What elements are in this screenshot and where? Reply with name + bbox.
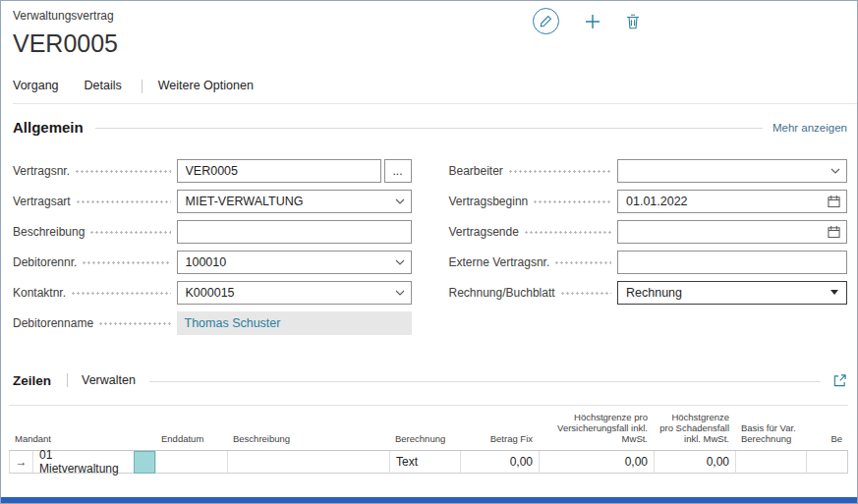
lines-header: Zeilen Verwalten xyxy=(13,369,847,391)
menu-item-verwalten[interactable]: Verwalten xyxy=(82,373,136,387)
calendar-icon[interactable] xyxy=(828,195,840,207)
chevron-down-icon[interactable] xyxy=(830,168,840,174)
kontaktnr-label: Kontaktnr. xyxy=(13,286,66,300)
chevron-down-icon[interactable] xyxy=(395,290,405,296)
cell-basis-var-berechnung[interactable] xyxy=(735,451,806,474)
vertragsbeginn-input[interactable] xyxy=(617,190,847,213)
externe-vertragsnr-label: Externe Vertragsnr. xyxy=(449,255,550,269)
add-button[interactable] xyxy=(585,14,601,29)
cell-beschreibung[interactable] xyxy=(227,451,389,474)
column-header-hoechstgrenze-versicherungsfall[interactable]: Höchstgrenze pro Versicherungsfall inkl.… xyxy=(539,406,654,451)
page-title: VER0005 xyxy=(13,28,847,58)
bearbeiter-label: Bearbeiter xyxy=(449,164,503,178)
cell-be[interactable] xyxy=(806,451,848,474)
field-rechnung-buchblatt: Rechnung/Buchblatt Rechnung xyxy=(449,277,848,308)
page-caption: Verwaltungsvertrag xyxy=(13,9,847,24)
dotted-leader xyxy=(508,155,611,186)
field-vertragsnr: Vertragsnr. ... xyxy=(13,155,412,186)
rechnung-buchblatt-label: Rechnung/Buchblatt xyxy=(449,286,555,300)
plus-icon xyxy=(585,14,601,29)
cell-hoechstgrenze-schadensfall[interactable]: 0,00 xyxy=(654,451,735,474)
dotted-leader xyxy=(560,277,611,308)
debitorenname-readonly-box: Thomas Schuster xyxy=(177,311,412,335)
chevron-down-icon[interactable] xyxy=(395,259,405,265)
dotted-leader xyxy=(89,216,170,247)
debitorenname-link[interactable]: Thomas Schuster xyxy=(185,316,281,330)
vertragsart-label: Vertragsart xyxy=(13,195,71,208)
bottom-accent-bar xyxy=(1,497,857,503)
general-fasttab: Allgemein Mehr anzeigen Vertragsnr. ... … xyxy=(1,119,857,338)
record-toolbar xyxy=(533,8,640,34)
column-header-be[interactable]: Be xyxy=(806,406,848,451)
verwaltungsvertrag-card: Verwaltungsvertrag VER0005 Vorgang Deta xyxy=(0,0,858,504)
dotted-leader xyxy=(98,308,170,338)
lines-part: Zeilen Verwalten xyxy=(1,369,857,391)
section-divider xyxy=(95,128,763,129)
debitorenname-label: Debitorenname xyxy=(13,316,93,330)
cell-betrag-fix[interactable]: 0,00 xyxy=(460,451,539,474)
field-debitorennr: Debitorennr. xyxy=(13,247,412,277)
cell-berechnung[interactable]: Text xyxy=(389,451,460,474)
externe-vertragsnr-input[interactable] xyxy=(617,251,847,274)
field-vertragsende: Vertragsende xyxy=(449,216,848,247)
column-header-enddatum[interactable]: Enddatum xyxy=(155,406,227,451)
general-fasttab-header: Allgemein Mehr anzeigen xyxy=(13,119,847,136)
dotted-leader xyxy=(75,155,170,186)
vertragsart-input[interactable] xyxy=(177,190,412,213)
column-header-hoechstgrenze-schadensfall[interactable]: Höchstgrenze pro Schadensfall inkl. MwSt… xyxy=(654,406,735,451)
lines-separator xyxy=(67,373,68,387)
dotted-leader xyxy=(533,186,611,216)
beschreibung-label: Beschreibung xyxy=(13,225,85,239)
lines-table: Mandant Enddatum Beschreibung Berechnung… xyxy=(9,405,848,474)
vertragsbeginn-label: Vertragsbeginn xyxy=(449,195,529,208)
page-header: Verwaltungsvertrag VER0005 xyxy=(1,1,857,58)
dotted-leader xyxy=(82,247,170,277)
cell-enddatum[interactable] xyxy=(155,451,227,474)
column-header-mandant[interactable]: Mandant xyxy=(9,406,155,451)
dotted-leader xyxy=(524,216,611,247)
column-header-basis-var-berechnung[interactable]: Basis für Var. Berechnung xyxy=(735,406,806,451)
column-header-betrag-fix[interactable]: Betrag Fix xyxy=(460,406,539,451)
bearbeiter-input[interactable] xyxy=(617,159,847,183)
field-vertragsbeginn: Vertragsbeginn xyxy=(449,186,848,216)
vertragsende-input[interactable] xyxy=(617,220,847,244)
calendar-icon[interactable] xyxy=(828,225,840,238)
field-externe-vertragsnr: Externe Vertragsnr. xyxy=(449,247,848,277)
menu-item-details[interactable]: Details xyxy=(85,78,122,94)
dotted-leader xyxy=(76,186,171,216)
delete-button[interactable] xyxy=(626,14,640,29)
action-menubar: Vorgang Details Weitere Optionen xyxy=(13,78,857,104)
vertragsende-label: Vertragsende xyxy=(449,225,519,239)
menu-item-vorgang[interactable]: Vorgang xyxy=(13,78,59,94)
cell-hoechstgrenze-versicherungsfall[interactable]: 0,00 xyxy=(539,451,654,474)
focus-mode-icon[interactable] xyxy=(832,373,847,388)
kontaktnr-input[interactable] xyxy=(177,281,412,305)
lines-divider xyxy=(149,381,821,382)
focused-cell[interactable] xyxy=(134,451,155,474)
cell-mandant[interactable]: 01 Mietverwaltung xyxy=(32,451,134,474)
column-header-beschreibung[interactable]: Beschreibung xyxy=(227,406,389,451)
column-header-berechnung[interactable]: Berechnung xyxy=(389,406,460,451)
row-selector[interactable]: → xyxy=(9,451,32,474)
show-more-link[interactable]: Mehr anzeigen xyxy=(772,122,847,134)
dotted-leader xyxy=(554,247,611,277)
field-kontaktnr: Kontaktnr. xyxy=(13,277,412,308)
trash-icon xyxy=(626,14,640,29)
rechnung-buchblatt-select[interactable]: Rechnung xyxy=(617,281,847,305)
vertragsnr-label: Vertragsnr. xyxy=(13,164,70,178)
debitorennr-label: Debitorennr. xyxy=(13,255,77,269)
debitorennr-input[interactable] xyxy=(177,251,412,274)
chevron-down-icon[interactable] xyxy=(395,198,405,204)
edit-button[interactable] xyxy=(533,8,559,34)
fields-left-column: Vertragsnr. ... Vertragsart xyxy=(13,155,412,338)
menu-item-weitere-optionen[interactable]: Weitere Optionen xyxy=(158,78,254,94)
menubar-separator xyxy=(142,80,143,93)
dotted-leader xyxy=(71,277,170,308)
vertragsnr-input[interactable] xyxy=(177,159,381,183)
field-beschreibung: Beschreibung xyxy=(13,216,412,247)
lines-section-title: Zeilen xyxy=(13,373,51,388)
assist-edit-button[interactable]: ... xyxy=(384,159,412,183)
field-debitorenname: Debitorenname Thomas Schuster xyxy=(13,308,412,338)
beschreibung-input[interactable] xyxy=(177,220,412,244)
pencil-icon xyxy=(540,15,552,28)
